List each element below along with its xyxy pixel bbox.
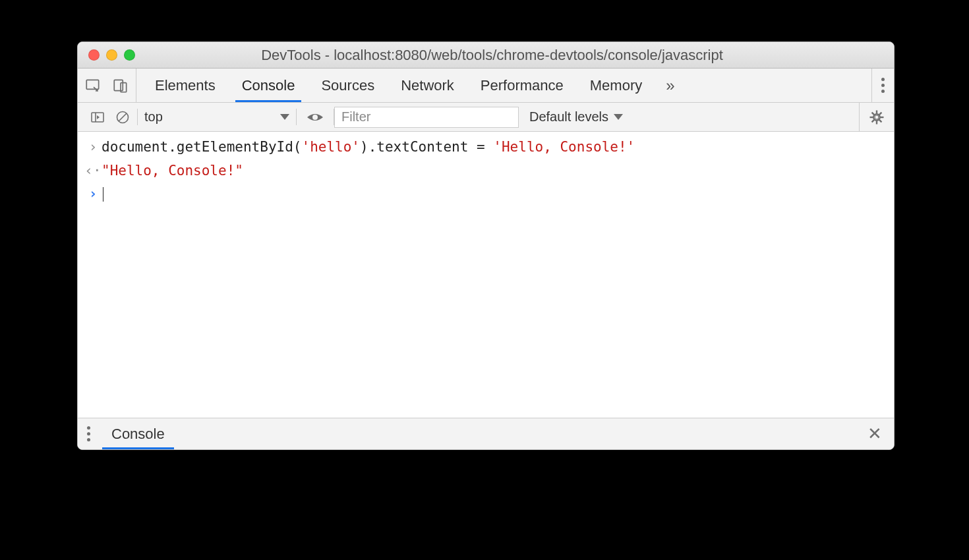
context-selector[interactable]: top xyxy=(138,109,296,125)
svg-line-6 xyxy=(119,113,127,121)
main-menu-button[interactable] xyxy=(881,78,885,93)
main-tabstrip: Elements Console Sources Network Perform… xyxy=(78,69,894,103)
svg-rect-11 xyxy=(870,116,873,117)
tab-performance[interactable]: Performance xyxy=(467,69,577,102)
window-title: DevTools - localhost:8080/web/tools/chro… xyxy=(151,47,833,64)
chevron-down-icon xyxy=(614,114,623,120)
overflow-glyph: » xyxy=(666,76,674,95)
tab-sources[interactable]: Sources xyxy=(308,69,388,102)
svg-rect-1 xyxy=(114,80,123,90)
log-levels-selector[interactable]: Default levels xyxy=(519,109,633,125)
close-icon: ✕ xyxy=(867,424,882,444)
filter-input[interactable] xyxy=(334,107,519,128)
drawer-tab-label: Console xyxy=(111,426,165,443)
input-marker-icon: › xyxy=(84,136,102,159)
drawer-tab-console[interactable]: Console xyxy=(100,418,177,449)
svg-rect-12 xyxy=(881,116,884,117)
inspect-element-icon[interactable] xyxy=(84,77,102,94)
toolbar-right xyxy=(859,103,894,131)
drawer: Console ✕ xyxy=(78,418,894,449)
more-tabs-button[interactable]: » xyxy=(655,69,685,102)
chevron-down-icon xyxy=(280,114,289,120)
toolbar-left-icons xyxy=(83,103,137,131)
tab-elements[interactable]: Elements xyxy=(142,69,229,102)
console-settings-icon[interactable] xyxy=(869,109,885,125)
console-toolbar: top Default levels xyxy=(78,103,894,132)
console-output[interactable]: › document.getElementById('hello').textC… xyxy=(78,132,894,418)
console-result-row: ‹· "Hello, Console!" xyxy=(78,159,894,183)
tab-memory[interactable]: Memory xyxy=(577,69,655,102)
svg-rect-0 xyxy=(86,80,98,89)
console-result-value: "Hello, Console!" xyxy=(102,159,243,183)
console-input-code: document.getElementById('hello').textCon… xyxy=(102,136,635,159)
svg-rect-9 xyxy=(876,110,877,113)
minimize-window-button[interactable] xyxy=(106,49,117,61)
close-window-button[interactable] xyxy=(88,49,100,61)
tab-label: Memory xyxy=(590,77,642,94)
live-expression-button[interactable] xyxy=(297,109,334,125)
console-input-row: › document.getElementById('hello').textC… xyxy=(78,136,894,159)
prompt-marker-icon: › xyxy=(84,182,102,206)
levels-label: Default levels xyxy=(529,109,608,125)
tab-network[interactable]: Network xyxy=(388,69,467,102)
svg-rect-10 xyxy=(876,121,877,124)
devtools-window: DevTools - localhost:8080/web/tools/chro… xyxy=(77,42,895,450)
svg-point-18 xyxy=(875,115,879,119)
tab-label: Console xyxy=(242,77,295,94)
context-label: top xyxy=(144,109,163,125)
tab-label: Sources xyxy=(321,77,374,94)
window-controls xyxy=(88,49,135,61)
main-tabs: Elements Console Sources Network Perform… xyxy=(136,69,686,102)
device-toolbar-icon[interactable] xyxy=(112,77,129,94)
tab-label: Performance xyxy=(481,77,564,94)
zoom-window-button[interactable] xyxy=(124,49,135,61)
tab-console[interactable]: Console xyxy=(229,69,308,102)
tabstrip-right xyxy=(871,69,894,102)
tab-label: Elements xyxy=(155,77,216,94)
titlebar: DevTools - localhost:8080/web/tools/chro… xyxy=(78,42,894,69)
drawer-menu-button[interactable] xyxy=(78,418,100,449)
console-prompt-row[interactable]: › xyxy=(78,182,894,206)
clear-console-icon[interactable] xyxy=(115,109,131,125)
console-prompt-input[interactable] xyxy=(102,182,103,206)
output-marker-icon: ‹· xyxy=(84,159,102,183)
sidebar-toggle-icon[interactable] xyxy=(90,109,105,125)
tabstrip-left-icons xyxy=(78,69,136,102)
svg-point-7 xyxy=(312,115,318,120)
tab-label: Network xyxy=(401,77,454,94)
drawer-close-button[interactable]: ✕ xyxy=(856,418,894,449)
